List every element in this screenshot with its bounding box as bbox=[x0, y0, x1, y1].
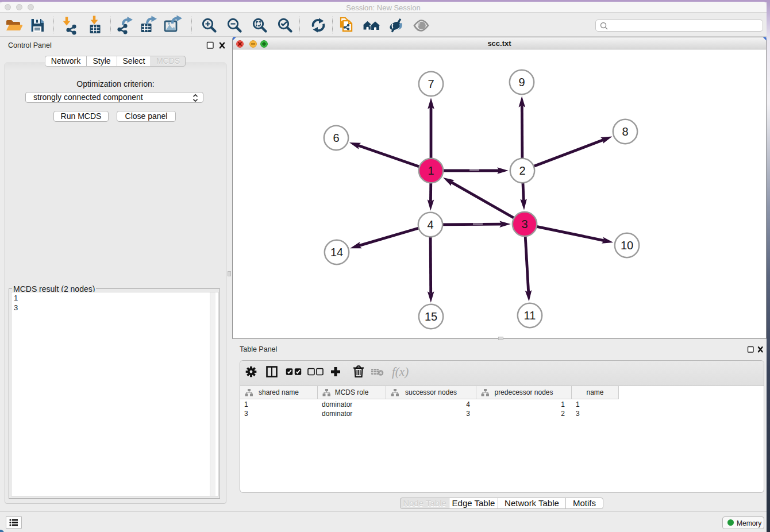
svg-text:15: 15 bbox=[425, 310, 437, 323]
svg-text:14: 14 bbox=[330, 246, 343, 259]
svg-text:4: 4 bbox=[427, 218, 433, 231]
svg-text:6: 6 bbox=[333, 132, 339, 144]
svg-text:8: 8 bbox=[622, 125, 628, 138]
svg-text:2: 2 bbox=[519, 164, 525, 177]
svg-text:10: 10 bbox=[621, 239, 633, 252]
svg-text:f(x): f(x) bbox=[392, 365, 409, 379]
svg-text:7: 7 bbox=[428, 78, 434, 90]
svg-text:11: 11 bbox=[524, 309, 536, 322]
svg-text:3: 3 bbox=[521, 218, 528, 230]
svg-text:1: 1 bbox=[428, 164, 434, 177]
svg-text:9: 9 bbox=[518, 76, 525, 88]
